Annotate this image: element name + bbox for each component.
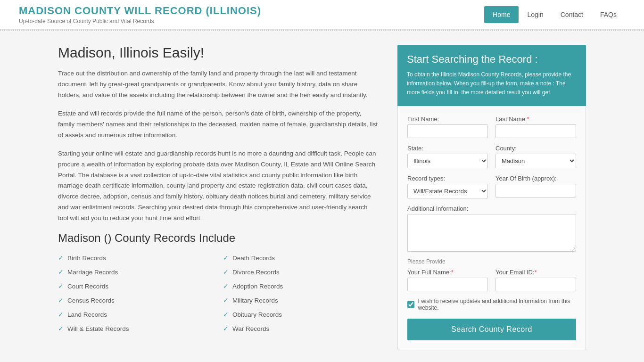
check-icon: ✓: [58, 325, 64, 332]
records-heading: Madison () County Records Include: [58, 231, 379, 245]
email-required: *: [535, 269, 537, 276]
year-of-birth-input[interactable]: [495, 184, 576, 197]
para-1: Trace out the distribution and ownership…: [58, 68, 379, 101]
site-title: MADISON COUNTY WILL RECORD (ILLINOIS): [19, 5, 261, 17]
first-name-input[interactable]: [407, 124, 488, 138]
record-label: Death Records: [232, 255, 275, 262]
last-name-required: *: [527, 115, 529, 123]
county-label: County:: [495, 145, 576, 152]
newsletter-checkbox-row: I wish to receive updates and additional…: [407, 298, 576, 311]
check-icon: ✓: [58, 268, 64, 276]
nav-contact[interactable]: Contact: [552, 6, 592, 23]
main-nav: Home Login Contact FAQs: [484, 6, 625, 23]
site-title-plain: MADISON COUNTY WILL RECORD: [19, 5, 206, 16]
additional-info-group: Additional Information:: [407, 205, 576, 252]
newsletter-label: I wish to receive updates and additional…: [418, 298, 577, 311]
first-name-group: First Name:: [407, 115, 488, 138]
main-layout: Madison, Illinois Easily! Trace out the …: [39, 31, 605, 362]
list-item: ✓ Land Records: [58, 309, 214, 320]
full-name-label: Your Full Name:*: [407, 269, 488, 276]
check-icon: ✓: [58, 296, 64, 304]
list-item: ✓ Divorce Records: [223, 266, 379, 278]
record-label: Adoption Records: [232, 283, 283, 290]
para-3: Starting your online will estate and gua…: [58, 148, 379, 224]
left-panel: Madison, Illinois Easily! Trace out the …: [58, 45, 379, 350]
check-icon: ✓: [58, 282, 64, 290]
contact-row: Your Full Name:* Your Email ID:*: [407, 269, 576, 291]
form-header: Start Searching the Record : To obtain t…: [397, 45, 586, 106]
last-name-group: Last Name:*: [495, 115, 576, 138]
nav-login[interactable]: Login: [519, 6, 552, 23]
first-name-label: First Name:: [407, 115, 488, 123]
check-icon: ✓: [223, 296, 229, 304]
para-2: Estate and will records provide the full…: [58, 108, 379, 141]
check-icon: ✓: [223, 254, 229, 262]
record-label: Land Records: [67, 311, 107, 318]
record-label: War Records: [232, 325, 269, 332]
record-label: Marriage Records: [67, 269, 118, 276]
record-type-group: Record types: Will/Estate Records Birth …: [407, 175, 488, 198]
search-form-panel: Start Searching the Record : To obtain t…: [397, 45, 586, 350]
list-item: ✓ Adoption Records: [223, 280, 379, 292]
search-county-record-button[interactable]: Search County Record: [407, 319, 576, 340]
year-of-birth-label: Year Of Birth (approx):: [495, 175, 576, 182]
record-label: Birth Records: [67, 255, 106, 262]
record-type-row: Record types: Will/Estate Records Birth …: [407, 175, 576, 198]
list-item: ✓ Military Records: [223, 295, 379, 306]
list-item: ✓ Census Records: [58, 295, 214, 306]
list-item: ✓ Marriage Records: [58, 266, 214, 278]
list-item: ✓ Death Records: [223, 252, 379, 263]
state-county-row: State: Illinois Alabama Alaska Arizona C…: [407, 145, 576, 168]
form-body: First Name: Last Name:* State: Illinois …: [397, 106, 586, 350]
county-group: County: Madison Adams Alexander Bond: [495, 145, 576, 168]
nav-home[interactable]: Home: [484, 6, 519, 23]
full-name-group: Your Full Name:*: [407, 269, 488, 291]
last-name-label: Last Name:*: [495, 115, 576, 123]
check-icon: ✓: [58, 311, 64, 318]
record-label: Military Records: [232, 297, 278, 304]
email-label: Your Email ID:*: [495, 269, 576, 276]
list-item: ✓ Court Records: [58, 280, 214, 292]
check-icon: ✓: [58, 254, 64, 262]
form-desc: To obtain the Illinois Madison County Re…: [407, 70, 577, 98]
check-icon: ✓: [223, 325, 229, 332]
full-name-required: *: [451, 269, 454, 276]
record-label: Will & Estate Records: [67, 325, 129, 332]
record-type-select[interactable]: Will/Estate Records Birth Records Death …: [407, 184, 488, 198]
form-title: Start Searching the Record :: [407, 53, 577, 66]
additional-info-textarea[interactable]: [407, 214, 576, 252]
full-name-input[interactable]: [407, 278, 488, 291]
main-heading: Madison, Illinois Easily!: [58, 45, 379, 61]
list-item: ✓ Will & Estate Records: [58, 323, 214, 334]
records-grid: ✓ Birth Records ✓ Death Records ✓ Marria…: [58, 252, 379, 334]
list-item: ✓ Birth Records: [58, 252, 214, 263]
county-select[interactable]: Madison Adams Alexander Bond: [495, 154, 576, 168]
state-select[interactable]: Illinois Alabama Alaska Arizona: [407, 154, 488, 168]
site-branding: MADISON COUNTY WILL RECORD (ILLINOIS) Up…: [19, 5, 261, 25]
check-icon: ✓: [223, 282, 229, 290]
email-group: Your Email ID:*: [495, 269, 576, 291]
site-title-bold: (ILLINOIS): [206, 5, 262, 16]
year-of-birth-group: Year Of Birth (approx):: [495, 175, 576, 198]
additional-info-label: Additional Information:: [407, 205, 576, 212]
name-row: First Name: Last Name:*: [407, 115, 576, 138]
site-header: MADISON COUNTY WILL RECORD (ILLINOIS) Up…: [0, 0, 644, 31]
nav-faqs[interactable]: FAQs: [592, 6, 625, 23]
check-icon: ✓: [223, 268, 229, 276]
state-label: State:: [407, 145, 488, 152]
record-label: Obituary Records: [232, 311, 282, 318]
record-label: Divorce Records: [232, 269, 280, 276]
record-label: Court Records: [67, 283, 108, 290]
email-input[interactable]: [495, 278, 576, 291]
check-icon: ✓: [223, 311, 229, 318]
newsletter-checkbox[interactable]: [407, 301, 414, 308]
state-group: State: Illinois Alabama Alaska Arizona: [407, 145, 488, 168]
site-subtitle: Up-to-date Source of County Public and V…: [19, 18, 261, 25]
record-label: Census Records: [67, 297, 115, 304]
list-item: ✓ Obituary Records: [223, 309, 379, 320]
last-name-input[interactable]: [495, 124, 576, 138]
list-item: ✓ War Records: [223, 323, 379, 334]
please-provide-text: Please Provide: [407, 258, 576, 265]
record-type-label: Record types:: [407, 175, 488, 182]
